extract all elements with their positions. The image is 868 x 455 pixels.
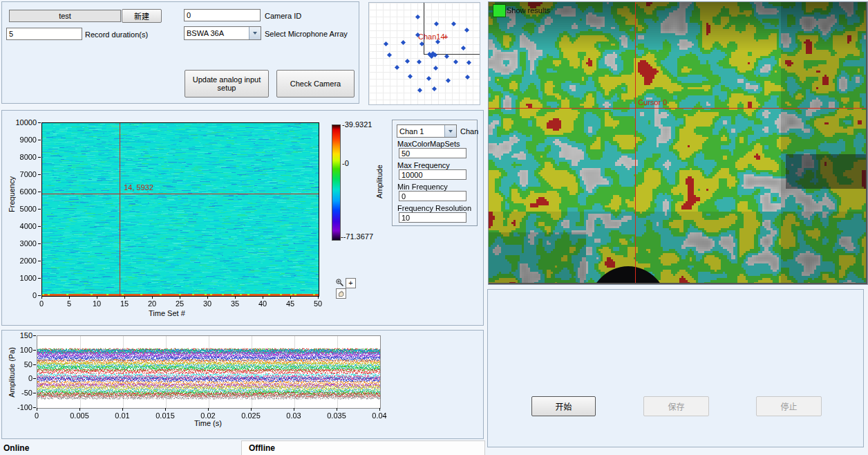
mic-point (466, 60, 471, 65)
spectrogram-x-tick-label: 35 (225, 299, 245, 308)
mic-point (415, 15, 420, 19)
new-button[interactable]: 新建 (122, 9, 162, 23)
spectrogram-x-tick (69, 296, 70, 299)
spectrogram-panel: 14, 5932 Frequency Time Set # -39.9321 -… (1, 110, 484, 326)
spectrogram-x-tick-label: 25 (169, 299, 190, 308)
mic-point (408, 74, 413, 79)
channel-dropdown[interactable]: Chan 1 (397, 124, 457, 138)
spectrogram-x-tick (41, 296, 42, 299)
mic-array-plot[interactable]: Chan14 + (368, 2, 480, 105)
spectrogram-x-tick (318, 296, 319, 299)
waveform-x-tick (337, 408, 337, 411)
colorbar-mid-label: -0 (342, 159, 349, 167)
spectrogram-y-tick (38, 243, 41, 244)
camera-cursor-vline[interactable] (635, 2, 636, 283)
camera-id-field[interactable] (184, 9, 261, 21)
camera-cursor-label: Cursor 0 (638, 98, 667, 106)
waveform-xlabel: Time (s) (194, 419, 222, 427)
spectrogram-cursor-hline[interactable] (42, 194, 319, 194)
spectrogram-xlabel: Time Set # (149, 309, 185, 317)
spectrogram-x-tick (263, 296, 263, 299)
spectrogram-y-tick (38, 278, 41, 279)
show-results-label: Show results (507, 6, 550, 15)
mic-point (446, 78, 451, 83)
mic-point (444, 54, 449, 59)
recording-settings-panel: 新建 Camera ID Record duration(s) BSWA 36A… (1, 1, 359, 104)
colorbar-label: Amplitude (375, 165, 384, 198)
analysis-field-input[interactable] (399, 169, 466, 180)
spectrogram-x-tick (97, 296, 97, 299)
spectrogram-cursor-vline[interactable] (120, 123, 120, 296)
pan-tool-icon[interactable] (336, 288, 346, 299)
analysis-field-label: Frequency Resolution (397, 204, 471, 212)
waveform-panel: Amplitude (Pa) Time (s) 150100500-50-100… (1, 330, 484, 439)
spectrogram-x-tick (207, 296, 208, 299)
mic-point (387, 53, 392, 57)
analysis-field-label: Min Frequency (397, 183, 448, 191)
start-button[interactable]: 开始 (531, 396, 596, 416)
stop-button[interactable]: 停止 (756, 396, 822, 416)
chevron-down-icon[interactable] (249, 27, 261, 39)
mic-point (465, 75, 470, 80)
microphone-array-dropdown[interactable]: BSWA 36A (184, 26, 261, 40)
mic-point (451, 21, 456, 26)
zoom-tool-icon[interactable] (335, 278, 344, 288)
waveform-x-tick (165, 408, 166, 411)
status-offline-label: Offline (249, 443, 275, 453)
waveform-x-tick-label: 0.01 (108, 411, 136, 420)
spectrogram-y-tick-label: 9000 (5, 136, 37, 144)
spectrogram-x-tick (180, 296, 180, 299)
spectrogram-x-tick-label: 0 (31, 299, 52, 308)
check-camera-button[interactable]: Check Camera (276, 70, 355, 98)
spectrogram-x-tick (235, 296, 236, 299)
camera-view[interactable]: Cursor 0 Show results (488, 1, 868, 285)
camera-id-label: Camera ID (265, 12, 301, 20)
spectrogram-x-tick (290, 296, 291, 299)
status-offline-bar: Offline (241, 440, 485, 455)
spectrogram-y-tick-label: 5000 (5, 205, 37, 213)
waveform-x-tick (251, 408, 252, 411)
mic-point (434, 21, 439, 26)
waveform-plot[interactable] (37, 335, 381, 409)
project-name-field[interactable] (9, 10, 121, 22)
waveform-x-tick (294, 408, 294, 411)
mic-point (417, 88, 422, 93)
spectrogram-y-tick (38, 192, 41, 192)
channel-label: Chan (460, 127, 478, 136)
spectrogram-y-tick (38, 140, 41, 140)
spectrogram-y-tick-label: 3000 (5, 239, 37, 248)
update-analog-input-button[interactable]: Update analog input setup (185, 70, 269, 98)
camera-cursor-hline[interactable] (489, 108, 866, 109)
mic-plot-y-axis (424, 3, 424, 55)
waveform-y-tick (33, 393, 36, 393)
analysis-field-input[interactable] (399, 148, 466, 158)
mic-point (384, 41, 388, 46)
waveform-canvas[interactable] (37, 336, 380, 408)
waveform-y-tick-label: 150 (3, 331, 32, 340)
mic-cursor-cross-icon[interactable]: + (444, 32, 448, 41)
chevron-down-icon[interactable] (444, 125, 456, 137)
mic-point (417, 59, 422, 64)
spectrogram-cursor-label: 14, 5932 (124, 183, 153, 192)
spectrogram-canvas[interactable] (42, 123, 319, 296)
waveform-y-tick-label: 0 (3, 374, 32, 382)
spectrogram-y-tick-label: 0 (5, 291, 37, 299)
show-results-checkbox[interactable] (493, 4, 506, 17)
mic-cursor-label: Chan14 (418, 32, 445, 41)
waveform-y-tick-label: 100 (3, 346, 32, 354)
spectrogram-x-tick-label: 15 (114, 299, 135, 308)
waveform-x-tick-label: 0.02 (194, 411, 222, 420)
record-duration-field[interactable] (6, 28, 82, 40)
spectrogram-y-tick-label: 1000 (5, 274, 37, 282)
waveform-y-tick (33, 407, 36, 408)
spectrogram-x-tick-label: 40 (252, 299, 273, 308)
analysis-field-input[interactable] (399, 191, 466, 201)
analysis-field-input[interactable] (399, 212, 466, 223)
spectrogram-x-tick-label: 10 (86, 299, 107, 308)
spectrogram-y-tick-label: 4000 (5, 222, 37, 230)
cursor-tool-icon[interactable]: + (346, 278, 356, 288)
spectrogram-plot[interactable]: 14, 5932 (41, 122, 319, 297)
spectrogram-x-tick (152, 296, 153, 299)
camera-heatmap-canvas[interactable] (489, 2, 866, 283)
save-button[interactable]: 保存 (643, 396, 709, 416)
